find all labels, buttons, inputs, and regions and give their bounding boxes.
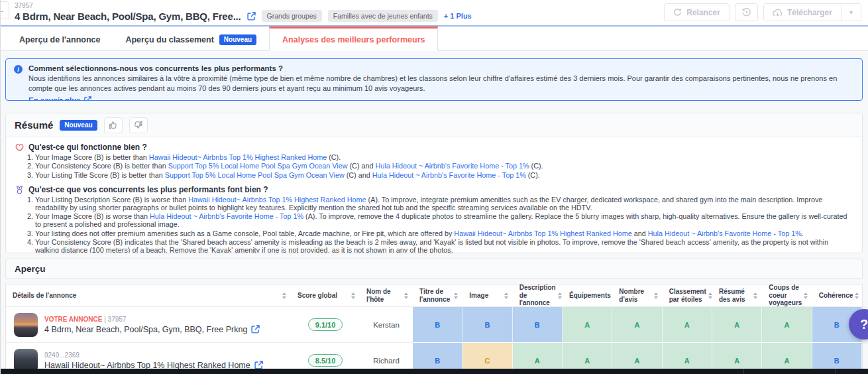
column-header-grade[interactable]: Classement par étoiles xyxy=(663,284,712,306)
external-link-icon[interactable] xyxy=(251,325,260,334)
chevron-down-icon: ▾ xyxy=(849,9,853,16)
grade-cell: B xyxy=(413,307,462,343)
relaunch-button[interactable]: Relancer xyxy=(664,3,730,21)
summary-title: Résumé xyxy=(15,119,53,131)
listing-link[interactable]: Hawaii Hideout~ Airbnbs Top 1% Highest R… xyxy=(454,229,631,237)
score-cell: 9.1/10 xyxy=(291,307,360,343)
tab-ranking-overview[interactable]: Aperçu du classement Nouveau xyxy=(113,27,269,50)
summary-list-item: Your Consistency Score (B) is better tha… xyxy=(35,162,851,170)
heart-icon xyxy=(15,143,24,152)
listing-link[interactable]: Hula Hideout ~ Airbnb's Favorite Home - … xyxy=(150,212,303,220)
listing-link[interactable]: Hawaii Hideout~ Airbnbs Top 1% Highest R… xyxy=(188,196,366,204)
sort-icon[interactable] xyxy=(404,292,408,299)
column-header-details[interactable]: Détails de l'annonce xyxy=(6,284,291,306)
download-button[interactable]: Télécharger xyxy=(764,4,841,21)
column-header-score[interactable]: Score global xyxy=(291,284,360,306)
listing-details-cell: VOTRE ANNONCE | 379574 Bdrm, Near Beach,… xyxy=(6,307,291,343)
summary-list-item: Your listing does not offer premium amen… xyxy=(35,230,851,238)
external-link-icon[interactable] xyxy=(84,96,91,101)
summary-list-item: Your Image Score (B) is worse than Hula … xyxy=(35,213,851,229)
listing-link[interactable]: Hawaii Hideout~ Airbnbs Top 1% Highest R… xyxy=(149,153,327,161)
learn-more-link[interactable]: En savoir plus xyxy=(28,96,91,101)
grade-cell: B xyxy=(513,307,563,343)
sort-icon[interactable] xyxy=(708,292,712,299)
sort-icon[interactable] xyxy=(558,292,562,299)
more-tags-link[interactable]: + 1 Plus xyxy=(444,12,472,20)
history-button[interactable] xyxy=(735,3,758,21)
overview-section-header: Aperçu xyxy=(5,259,863,279)
tab-listing-overview[interactable]: Aperçu de l'annonce xyxy=(7,27,113,50)
tab-top-performer-analyses[interactable]: Analyses des meilleurs performeurs xyxy=(269,27,438,51)
competitors-list: Your Listing Description Score (B) is wo… xyxy=(15,196,851,253)
grade-cell: A xyxy=(712,307,762,343)
nouveau-badge: Nouveau xyxy=(219,34,256,45)
competitor-info-banner: i Comment sélectionnons-nous vos concurr… xyxy=(5,58,863,101)
cloud-download-icon xyxy=(773,9,783,17)
main-content: i Comment sélectionnons-nous vos concurr… xyxy=(0,51,868,374)
thumbs-down-button[interactable] xyxy=(129,117,148,133)
tag-badge: Grands groupes xyxy=(262,10,322,22)
sort-icon[interactable] xyxy=(282,292,286,299)
your-listing-badge: VOTRE ANNONCE xyxy=(44,316,102,323)
sort-icon[interactable] xyxy=(804,292,808,299)
global-score-badge: 8.5/10 xyxy=(308,354,343,367)
table-body: VOTRE ANNONCE | 379574 Bdrm, Near Beach,… xyxy=(6,307,862,374)
back-button[interactable]: ← xyxy=(0,1,9,19)
host-name: Kerstan xyxy=(373,321,400,329)
listing-row-id: 37957 xyxy=(108,316,127,323)
refresh-icon xyxy=(673,8,682,17)
listing-link[interactable]: Hula Hideout ~ Airbnb's Favorite Home - … xyxy=(372,171,526,179)
table-header-row: Détails de l'annonceScore globalNom de l… xyxy=(6,284,862,307)
listing-link[interactable]: Hula Hideout ~ Airbnb's Favorite Home - … xyxy=(376,162,529,170)
nouveau-badge: Nouveau xyxy=(60,120,97,131)
bottom-taskbar xyxy=(0,369,868,374)
column-header-grade[interactable]: Nombre d'avis xyxy=(612,284,662,306)
summary-card: Résumé Nouveau Qu'est-ce qui fonctionne … xyxy=(5,113,863,253)
working-well-heading: Qu'est-ce qui fonctionne bien ? xyxy=(15,143,851,152)
sort-icon[interactable] xyxy=(504,292,508,299)
summary-list-item: Your Consistency Score (B) indicates tha… xyxy=(35,239,851,253)
listing-link[interactable]: Support Top 5% Local Home Pool Spa Gym O… xyxy=(165,171,345,179)
grade-cell: A xyxy=(663,307,712,343)
column-header-grade[interactable]: Résumé des avis xyxy=(712,284,762,306)
host-cell: Kerstan xyxy=(360,307,413,343)
window-edge xyxy=(0,0,1,374)
page-title: 4 Bdrm, Near Beach, Pool/Spa, Gym, BBQ, … xyxy=(15,11,241,22)
overview-title: Aperçu xyxy=(15,264,46,274)
column-header-grade[interactable]: Image xyxy=(462,284,512,306)
info-banner-title: Comment sélectionnons-nous vos concurren… xyxy=(28,64,850,72)
sort-icon[interactable] xyxy=(753,292,757,299)
sort-icon[interactable] xyxy=(351,292,355,299)
column-header-grade[interactable]: Description de l'annonce xyxy=(513,284,563,306)
history-icon xyxy=(742,8,751,17)
thumbs-up-icon xyxy=(109,121,117,129)
grade-cell: A xyxy=(612,307,662,343)
back-icon: ← xyxy=(0,5,5,15)
listing-row-id: 9249...2369 xyxy=(44,351,80,359)
working-well-list: Your Image Score (B) is better than Hawa… xyxy=(15,154,851,179)
column-header-host[interactable]: Nom de l'hôte xyxy=(360,284,413,306)
download-button-group: Télécharger ▾ xyxy=(763,3,861,21)
host-name: Richard xyxy=(373,357,400,365)
listing-row-title: 4 Bdrm, Near Beach, Pool/Spa, Gym, BBQ, … xyxy=(44,325,247,334)
listing-link[interactable]: Support Top 5% Local Home Pool Spa Gym O… xyxy=(168,162,348,170)
tab-bar: Aperçu de l'annonce Aperçu du classement… xyxy=(0,27,868,51)
sort-icon[interactable] xyxy=(855,292,859,299)
column-header-grade[interactable]: Coups de coeur voyageurs xyxy=(762,284,812,306)
grade-cell: B xyxy=(462,307,512,343)
thumbs-up-button[interactable] xyxy=(104,117,123,133)
sort-icon[interactable] xyxy=(654,292,658,299)
external-link-icon[interactable] xyxy=(247,12,256,21)
column-header-grade[interactable]: Cohérence xyxy=(812,284,862,306)
taskbar-divider xyxy=(835,369,836,374)
column-header-grade[interactable]: Équipements xyxy=(563,284,612,306)
competitors-heading: Qu'est-ce que vos concurrents les plus p… xyxy=(15,185,851,194)
taskbar-divider xyxy=(743,369,744,374)
download-caret-button[interactable]: ▾ xyxy=(841,4,861,21)
listing-link[interactable]: Hula Hideout ~ Airbnb's Favorite Home - … xyxy=(648,229,802,237)
summary-list-item: Your Listing Title Score (B) is better t… xyxy=(35,172,851,180)
summary-list-item: Your Listing Description Score (B) is wo… xyxy=(35,196,851,212)
listing-header: ← 37957 4 Bdrm, Near Beach, Pool/Spa, Gy… xyxy=(0,0,868,25)
column-header-grade[interactable]: Titre de l'annonce xyxy=(413,284,462,306)
sort-icon[interactable] xyxy=(454,292,458,299)
